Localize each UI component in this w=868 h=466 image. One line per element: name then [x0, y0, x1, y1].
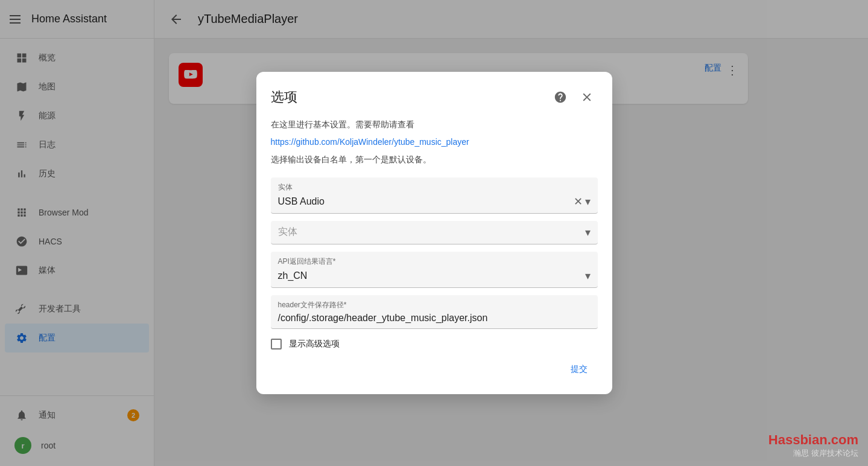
advanced-options-checkbox[interactable]	[271, 339, 282, 350]
dialog-subtitle: 选择输出设备白名单，第一个是默认设备。	[271, 155, 598, 165]
field-1-dropdown-icon[interactable]: ▾	[585, 195, 591, 208]
header-path-value-row: /config/.storage/header_ytube_music_play…	[278, 313, 591, 324]
watermark: Hassbian.com 瀚思 彼岸技术论坛	[768, 432, 858, 459]
entity-field-1[interactable]: 实体 USB Audio ✕ ▾	[271, 177, 598, 214]
field-3-dropdown-icon[interactable]: ▾	[585, 269, 591, 282]
header-path-label: header文件保存路径*	[278, 300, 591, 310]
dialog-description: 在这里进行基本设置。需要帮助请查看	[271, 118, 598, 131]
dialog-help-button[interactable]	[550, 86, 571, 108]
watermark-subtitle: 瀚思 彼岸技术论坛	[768, 448, 858, 459]
dialog-header-actions	[550, 86, 598, 108]
entity-field-2[interactable]: 实体 ▾	[271, 221, 598, 244]
entity-field-1-actions: ✕ ▾	[574, 195, 591, 208]
options-dialog: 选项 在这里进行基本设置。需要帮助请查看 https://github.com/…	[256, 72, 612, 394]
header-path-field[interactable]: header文件保存路径* /config/.storage/header_yt…	[271, 295, 598, 329]
advanced-options-label: 显示高级选项	[289, 339, 340, 350]
watermark-domain: .com	[828, 432, 858, 447]
advanced-options-row[interactable]: 显示高级选项	[271, 339, 598, 350]
api-language-label: API返回结果语言*	[278, 257, 591, 267]
entity-field-1-value-row: USB Audio ✕ ▾	[278, 195, 591, 208]
dialog-header: 选项	[271, 86, 598, 108]
api-language-value: zh_CN	[278, 270, 308, 281]
api-language-field[interactable]: API返回结果语言* zh_CN ▾	[271, 252, 598, 288]
dialog-overlay: 选项 在这里进行基本设置。需要帮助请查看 https://github.com/…	[0, 0, 868, 466]
api-language-value-row: zh_CN ▾	[278, 269, 591, 282]
field-1-clear-icon[interactable]: ✕	[574, 195, 583, 208]
dialog-close-button[interactable]	[576, 86, 598, 108]
header-path-value: /config/.storage/header_ytube_music_play…	[278, 313, 488, 324]
entity-field-1-label: 实体	[278, 182, 591, 193]
watermark-brand: Hassbian	[768, 432, 828, 447]
entity-field-1-value: USB Audio	[278, 196, 325, 207]
dialog-footer: 提交	[271, 359, 598, 380]
submit-button[interactable]: 提交	[561, 359, 598, 380]
watermark-title: Hassbian.com	[768, 432, 858, 448]
dialog-title: 选项	[271, 88, 297, 106]
dialog-link[interactable]: https://github.com/KoljaWindeler/ytube_m…	[271, 137, 469, 147]
entity-field-2-placeholder: 实体	[278, 226, 297, 238]
field-2-dropdown-icon[interactable]: ▾	[585, 226, 591, 239]
